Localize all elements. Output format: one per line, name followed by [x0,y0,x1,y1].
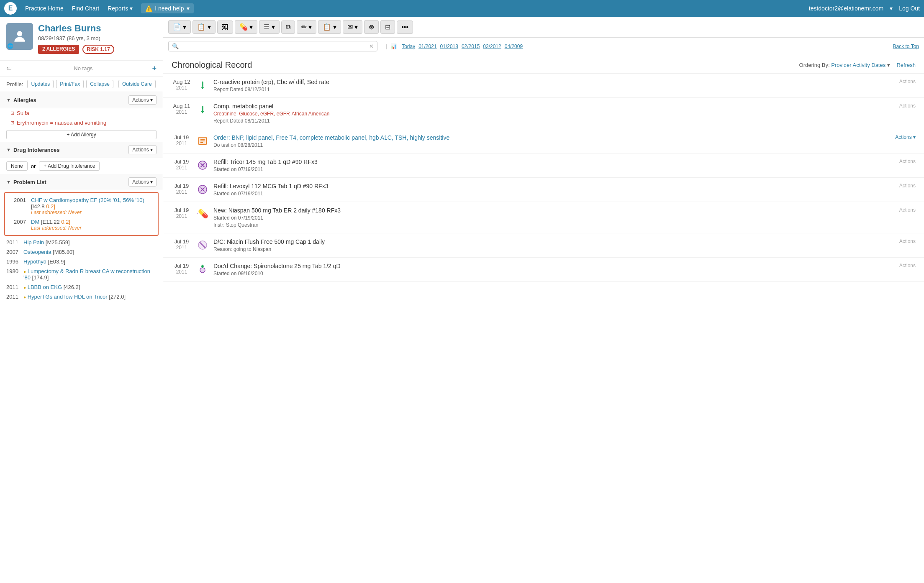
user-email[interactable]: testdoctor2@elationemr.com [809,5,883,12]
tool-mail-btn[interactable]: ✉ ▾ [343,20,362,34]
record-item-4: Jul 19 2011 Refill: Levoxyl 112 MCG Tab … [163,178,924,202]
date-today[interactable]: Today [402,43,415,49]
drug-intolerances-toggle[interactable]: ▼ [6,147,11,152]
rx-icon-4 [198,184,208,194]
refresh-link[interactable]: Refresh [896,62,916,68]
problem-link-0[interactable]: CHF w Cardiomyopathy EF (20% '01, 56% '1… [31,197,144,203]
tool-doc-btn[interactable]: 📋 ▾ [192,20,215,34]
p-link-4[interactable]: LBBB on EKG [28,284,62,290]
date-2021[interactable]: 01/2021 [418,43,436,49]
record-actions-6[interactable]: Actions [899,238,916,244]
problem-code-1: [E11.22 0.2] [41,219,70,225]
p-link-5[interactable]: HyperTGs and low HDL on Tricor [28,294,108,300]
profile-collapse-link[interactable]: Collapse [86,80,113,88]
date-2012[interactable]: 03/2012 [483,43,501,49]
p-year-2: 1996 [6,258,21,265]
ordering-chevron: ▾ [887,62,890,68]
tool-circle-btn[interactable]: ⊛ [364,20,379,34]
allergy-item-2: ⊡ Erythromycin = nausea and vomitting [0,118,163,128]
bullet-gold-4: ● [23,285,26,290]
record-tag-1-0: Creatinine, Glucose, eGFR, eGFR-African … [213,111,329,117]
profile-printfax-link[interactable]: Print/Fax [56,80,84,88]
allergies-title: Allergies [13,97,36,103]
nav-reports[interactable]: Reports ▾ [108,5,133,12]
search-icon: 🔍 [172,43,179,49]
record-title-1: Comp. metabolic panel [213,103,894,110]
patient-badges: 2 ALLERGIES RISK 1.17 [38,45,157,54]
drug-intolerances-actions-button[interactable]: Actions [128,145,157,154]
p-year-3: 1980 [6,268,21,274]
date-2018[interactable]: 01/2018 [440,43,458,49]
date-filters: | 📊 Today 01/2021 01/2018 02/2015 03/201… [386,43,523,49]
bullet-gold-3: ● [23,269,26,274]
drug-intolerance-none-button[interactable]: None [6,161,28,171]
logo[interactable]: E [4,2,17,15]
tool-more-btn[interactable]: ••• [397,20,413,34]
allergies-actions-button[interactable]: Actions [128,95,157,105]
record-actions-4[interactable]: Actions [899,183,916,189]
back-to-top-link[interactable]: Back to Top [893,43,919,49]
toolbar: 📄 ▾ 📋 ▾ 🖼 💊 ▾ ☰ ▾ ⧉ ✏ ▾ 📋 ▾ ✉ ▾ ⊛ ⊟ ••• [163,17,924,38]
allergy-badge[interactable]: 2 ALLERGIES [38,45,79,54]
problem-item-0: 2011 Hip Pain [M25.559] [0,238,163,247]
add-allergy-button[interactable]: + Add Allergy [6,130,157,139]
record-sub-1: Report Dated 08/11/2011 [213,118,894,124]
record-item-6: Jul 19 2011 D/C: Niacin Flush Free 500 m… [163,233,924,258]
tool-edit-btn[interactable]: ✏ ▾ [297,20,316,34]
allergy-item-1: ⊡ Sulfa [0,108,163,118]
record-actions-7[interactable]: Actions [899,263,916,268]
risk-badge[interactable]: RISK 1.17 [82,45,114,54]
tool-note-btn[interactable]: 📄 ▾ [168,20,191,34]
problem-list-toggle[interactable]: ▼ [6,179,11,184]
top-nav: E Practice Home Find Chart Reports ▾ ⚠️ … [0,0,924,17]
chart-icon: 📊 [390,43,397,49]
outside-care-link[interactable]: Outside Care [118,80,156,88]
patient-name: Charles Burns [38,23,157,34]
record-icon-7 [197,263,208,275]
problem-list-section-header: ▼ Problem List Actions [0,174,163,190]
logout-link[interactable]: Log Out [899,5,920,12]
record-actions-1[interactable]: Actions [899,103,916,109]
search-bar: 🔍 ✕ | 📊 Today 01/2021 01/2018 02/2015 03… [163,38,924,55]
nav-find-chart[interactable]: Find Chart [72,5,99,12]
tool-clip-btn[interactable]: 📋 ▾ [318,20,341,34]
allergy-name-1[interactable]: Sulfa [17,110,29,116]
nav-help[interactable]: ⚠️ I need help ▾ [141,3,193,13]
ordering-value-link[interactable]: Provider Activity Dates [831,62,886,68]
search-input[interactable] [181,43,367,49]
record-sub-2: Do test on 08/28/2011 [213,142,890,148]
date-2009[interactable]: 04/2009 [505,43,523,49]
record-item-1: Aug 11 2011 Comp. metabolic panel Creati… [163,98,924,129]
record-actions-5[interactable]: Actions [899,207,916,213]
avatar-icon [12,28,28,44]
search-clear-icon[interactable]: ✕ [369,43,374,49]
p-link-1[interactable]: Osteopenia [23,249,51,255]
record-sub-7: Started on 09/16/2010 [213,271,894,276]
record-actions-2[interactable]: Actions ▾ [895,134,916,140]
tool-rx-btn[interactable]: 💊 ▾ [235,20,257,34]
tool-list-btn[interactable]: ☰ ▾ [259,20,279,34]
tool-image-btn[interactable]: 🖼 [217,20,233,34]
record-body-4: Refill: Levoxyl 112 MCG Tab 1 qD #90 RFx… [213,183,894,197]
p-link-0[interactable]: Hip Pain [23,239,44,245]
record-actions-0[interactable]: Actions [899,79,916,84]
profile-updates-link[interactable]: Updates [27,80,54,88]
date-2015[interactable]: 02/2015 [462,43,480,49]
add-drug-intolerance-button[interactable]: + Add Drug Intolerance [39,161,100,171]
allergy-name-2[interactable]: Erythromycin = nausea and vomitting [17,120,106,126]
record-body-7: Doc'd Change: Spironolactone 25 mg Tab 1… [213,263,894,276]
nav-practice-home[interactable]: Practice Home [25,5,64,12]
problem-list-actions-button[interactable]: Actions [128,177,157,187]
p-link-2[interactable]: Hypothyd [23,258,46,265]
tool-layers-btn[interactable]: ⧉ [281,20,295,34]
record-actions-3[interactable]: Actions [899,159,916,164]
profile-label: Profile: [6,81,23,87]
tool-square-btn[interactable]: ⊟ [380,20,395,34]
record-item-3: Jul 19 2011 Refill: Tricor 145 mg Tab 1 … [163,153,924,178]
top-nav-right: testdoctor2@elationemr.com ▾ Log Out [809,5,920,12]
allergies-toggle[interactable]: ▼ [6,97,11,102]
add-tag-button[interactable]: + [152,64,157,73]
problem-link-1[interactable]: DM [31,219,39,225]
record-item-7: Jul 19 2011 Doc'd Change: Spironolactone… [163,258,924,282]
allergies-actions: Actions [128,95,157,105]
